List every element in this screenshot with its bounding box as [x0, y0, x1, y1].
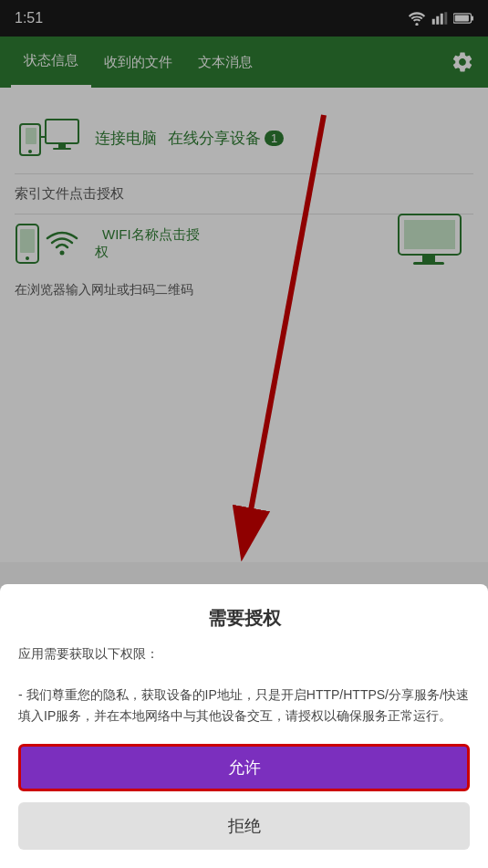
dialog-title: 需要授权: [18, 606, 470, 631]
dialog-overlay: 需要授权 应用需要获取以下权限： - 我们尊重您的隐私，获取设备的IP地址，只是…: [0, 0, 488, 868]
dialog-body: 应用需要获取以下权限： - 我们尊重您的隐私，获取设备的IP地址，只是开启HTT…: [18, 643, 470, 726]
deny-button[interactable]: 拒绝: [18, 802, 470, 850]
allow-button[interactable]: 允许: [18, 744, 470, 791]
dialog-box: 需要授权 应用需要获取以下权限： - 我们尊重您的隐私，获取设备的IP地址，只是…: [0, 584, 488, 868]
